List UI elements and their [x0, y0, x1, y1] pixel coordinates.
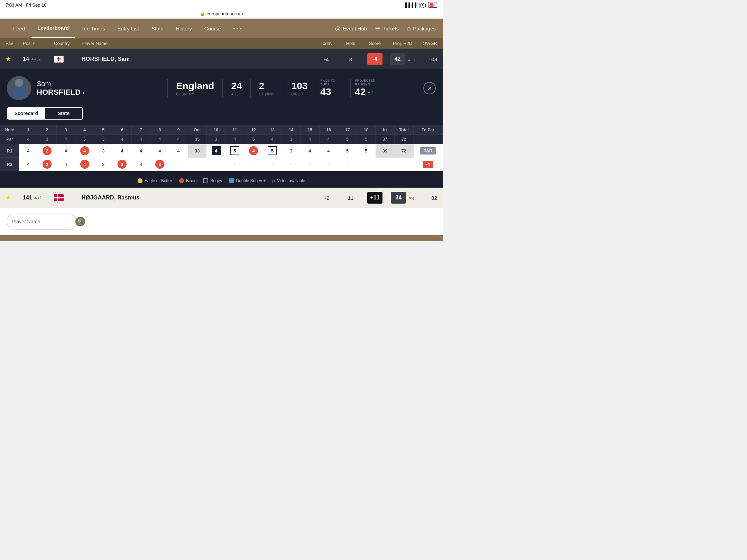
nav-entry-list[interactable]: Entry List — [111, 19, 145, 38]
sc-th-14: 14 — [282, 125, 300, 135]
r1-h17: 5 — [338, 144, 357, 158]
horsfield-score: -4 — [361, 53, 389, 65]
r1-h5: 3 — [94, 144, 113, 158]
hojgaard-proj-badge: 34 — [391, 192, 406, 204]
scorecard-par-row: Par 4 3 4 5 3 4 4 4 4 35 3 4 5 4 3 4 — [0, 135, 443, 144]
proj-ranking-num: 42 — [355, 86, 366, 97]
r2-h18 — [357, 158, 376, 171]
r2-h11: - — [225, 158, 244, 171]
nav-more[interactable] — [227, 19, 248, 38]
horsfield-pos: 14 +52 — [23, 56, 54, 62]
horsfield-profile-link[interactable]: › — [83, 90, 84, 95]
r2-h12: - — [244, 158, 263, 171]
tab-scorecard[interactable]: Scorecard — [8, 108, 45, 119]
proj-ranking-label: PROJECTEDRANKING — [355, 79, 375, 86]
player-stats-group: England COUNTRY 24 AGE 2 ET WINS 103 OWG… — [167, 79, 418, 97]
th-score: Score — [361, 41, 389, 46]
hojgaard-proj-arrow-down — [409, 197, 412, 199]
search-input[interactable] — [12, 219, 73, 224]
par-h2: 3 — [38, 135, 56, 144]
horsfield-name[interactable]: HORSFIELD, Sam — [82, 56, 313, 62]
stat-age: 24 AGE — [222, 79, 250, 97]
player-row-horsfield[interactable]: ★ 14 +52 HORSFIELD, Sam -4 8 -4 42 +1 10… — [0, 49, 443, 69]
close-panel-button[interactable]: ✕ — [423, 82, 436, 94]
table-header: Fav Pos ▼ Country Player Name Today Hole… — [0, 38, 443, 49]
stat-owgr: 103 OWGR — [283, 79, 316, 97]
tab-stats[interactable]: Stats — [45, 108, 82, 119]
hojgaard-fav[interactable]: ★ — [6, 194, 23, 202]
par-h7: 4 — [131, 135, 150, 144]
sc-th-out: Out — [188, 125, 206, 135]
r1-total: 72 — [394, 144, 413, 158]
player-row-hojgaard[interactable]: ★ 141 +2 HØJGAARD, Rasmus +2 11 +11 34 4… — [0, 188, 443, 208]
lock-icon: 🔒 — [200, 11, 205, 16]
r1-topar: PAR — [414, 144, 443, 158]
player-info-row: Sam HORSFIELD › England COUNTRY 24 AGE 2… — [7, 76, 436, 100]
horsfield-first-name: Sam — [37, 80, 162, 88]
owgr-value: 103 — [292, 80, 308, 92]
nav-course[interactable]: Course — [198, 19, 227, 38]
sc-th-6: 6 — [113, 125, 131, 135]
video-icon: ▷ — [273, 178, 276, 183]
r2-h1: 4 — [19, 158, 38, 171]
par-topar — [414, 135, 443, 144]
horsfield-star[interactable]: ★ — [6, 56, 11, 63]
search-button[interactable]: 🔍 — [75, 217, 85, 226]
hojgaard-star[interactable]: ★ — [6, 194, 11, 201]
r1-h18: 5 — [357, 144, 376, 158]
signal-icon: ▐▐▐▐ — [404, 2, 416, 8]
th-owgr: OWGR — [416, 41, 437, 46]
legend-birdie: Birdie — [179, 178, 197, 183]
par-h11: 4 — [225, 135, 244, 144]
proj-arrow-up — [368, 91, 370, 93]
r1-h3: 4 — [56, 144, 75, 158]
bogey-icon — [203, 178, 208, 183]
country-label: COUNTRY — [176, 92, 194, 96]
sc-th-8: 8 — [150, 125, 169, 135]
hojgaard-pos-change: +2 — [34, 196, 42, 200]
r1-label: R1 — [0, 144, 19, 158]
horsfield-name-block: Sam HORSFIELD › — [37, 80, 162, 97]
sc-th-10: 10 — [206, 125, 225, 135]
nav-leaderboard[interactable]: Leaderboard — [31, 19, 75, 38]
horsfield-fav[interactable]: ★ — [6, 55, 23, 63]
horsfield-proj-badge: 42 — [390, 53, 405, 65]
stat-projected-ranking: PROJECTEDRANKING 42 1 — [350, 79, 395, 97]
search-input-wrap[interactable]: 🔍 — [7, 214, 76, 230]
pos-sort-arrow[interactable]: ▼ — [32, 41, 35, 45]
r1-h15: 4 — [301, 144, 319, 158]
wifi-icon: ((•)) — [418, 2, 426, 8]
th-proj: Proj. R2D — [389, 41, 416, 46]
r2-topar: -4 — [414, 158, 443, 171]
nav-feed[interactable]: Feed — [7, 19, 31, 38]
th-player: Player Name — [82, 41, 313, 46]
legend-eagle: Eagle or Better — [138, 178, 172, 183]
r2-h15: - — [301, 158, 319, 171]
par-h9: 4 — [169, 135, 188, 144]
r2-total — [394, 158, 413, 171]
nav-tee-times[interactable]: Tee Times — [75, 19, 111, 38]
status-time: 7:03 AM Fri Sep 10 — [6, 2, 47, 8]
nav-event-hub[interactable]: ◎ Event Hub — [335, 25, 367, 32]
nav-tickets[interactable]: ✏ Tickets — [375, 25, 399, 32]
search-bar: 🔍 — [0, 208, 443, 235]
nav-history[interactable]: History — [169, 19, 198, 38]
legend-bogey: Bogey — [203, 178, 222, 183]
r2-h5: 3 — [94, 158, 113, 171]
r1-h1: 4 — [19, 144, 38, 158]
r1-h8: 4 — [150, 144, 169, 158]
packages-icon: ⌂ — [407, 25, 411, 32]
url-text: europeantour.com — [207, 11, 243, 16]
nav-packages[interactable]: ⌂ Packages — [407, 25, 436, 32]
sc-th-12: 12 — [244, 125, 263, 135]
hojgaard-pos: 141 +2 — [23, 195, 54, 201]
r1-h12: 4 — [244, 144, 263, 158]
r2-out — [188, 158, 206, 171]
hojgaard-name[interactable]: HØJGAARD, Rasmus — [82, 195, 313, 201]
horsfield-score-badge: -4 — [367, 53, 382, 65]
r1-h11: 5 — [225, 144, 244, 158]
scorecard-header-row: Hole 1 2 3 4 5 6 7 8 9 Out 10 11 12 13 1… — [0, 125, 443, 135]
country-value: England — [176, 80, 214, 92]
nav-stats[interactable]: Stats — [145, 19, 169, 38]
r1-h16: 4 — [319, 144, 338, 158]
